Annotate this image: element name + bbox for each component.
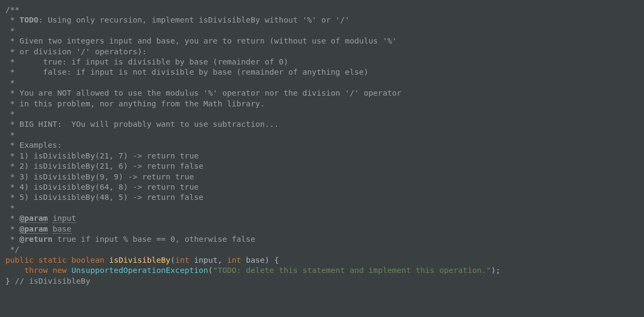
- param-tag: @param: [19, 213, 48, 223]
- doc-line: * @param base: [5, 224, 71, 234]
- keyword-throw: throw: [24, 265, 48, 275]
- doc-line: *: [5, 78, 15, 87]
- todo-label: TODO: [19, 15, 38, 24]
- keyword-boolean: boolean: [71, 255, 105, 264]
- code-line: } // isDivisibleBy: [5, 276, 90, 285]
- doc-line: /**: [5, 5, 19, 14]
- doc-line: *: [5, 109, 15, 118]
- doc-line: * 1) isDivisibleBy(21, 7) -> return true: [5, 151, 199, 160]
- keyword-int: int: [227, 255, 241, 264]
- doc-line: * in this problem, nor anything from the…: [5, 99, 265, 108]
- doc-line: * 4) isDivisibleBy(64, 8) -> return true: [5, 182, 199, 191]
- param-tag: @param: [19, 224, 48, 234]
- code-block: /** * TODO: Using only recursion, implem…: [0, 0, 644, 290]
- doc-line: */: [5, 244, 19, 254]
- keyword-int: int: [175, 255, 189, 264]
- string-literal: "TODO: delete this statement and impleme…: [213, 265, 491, 275]
- doc-line: * TODO: Using only recursion, implement …: [5, 15, 349, 24]
- doc-line: * Examples:: [5, 140, 62, 149]
- doc-line: * or division '/' operators):: [5, 47, 147, 56]
- param-base: base: [246, 255, 265, 264]
- doc-line: * BIG HINT: YOu will probably want to us…: [5, 119, 279, 128]
- param-name: input: [53, 213, 76, 223]
- keyword-new: new: [53, 265, 67, 275]
- doc-line: * You are NOT allowed to use the modulus…: [5, 88, 401, 97]
- doc-line: * @param input: [5, 213, 76, 223]
- exception-class: UnsupportedOperationException: [71, 265, 208, 275]
- doc-line: *: [5, 26, 15, 35]
- method-name: isDivisibleBy: [109, 255, 170, 264]
- doc-line: *: [5, 130, 15, 139]
- doc-line: *: [5, 203, 15, 212]
- doc-line: * @return true if input % base == 0, oth…: [5, 234, 255, 243]
- keyword-public: public: [5, 255, 34, 264]
- keyword-static: static: [39, 255, 67, 264]
- code-line: throw new UnsupportedOperationException(…: [5, 265, 501, 275]
- doc-line: * 2) isDivisibleBy(21, 6) -> return fals…: [5, 161, 203, 170]
- doc-line: * 3) isDivisibleBy(9, 9) -> return true: [5, 172, 194, 181]
- code-line: public static boolean isDivisibleBy(int …: [5, 255, 279, 264]
- param-name: base: [53, 224, 71, 234]
- param-input: input: [194, 255, 218, 264]
- doc-line: * false: if input is not divisible by ba…: [5, 67, 369, 76]
- end-comment: // isDivisibleBy: [15, 276, 91, 285]
- return-tag: @return: [19, 234, 53, 243]
- doc-line: * Given two integers input and base, you…: [5, 36, 397, 45]
- doc-line: * 5) isDivisibleBy(48, 5) -> return fals…: [5, 192, 203, 201]
- doc-line: * true: if input is divisible by base (r…: [5, 57, 288, 66]
